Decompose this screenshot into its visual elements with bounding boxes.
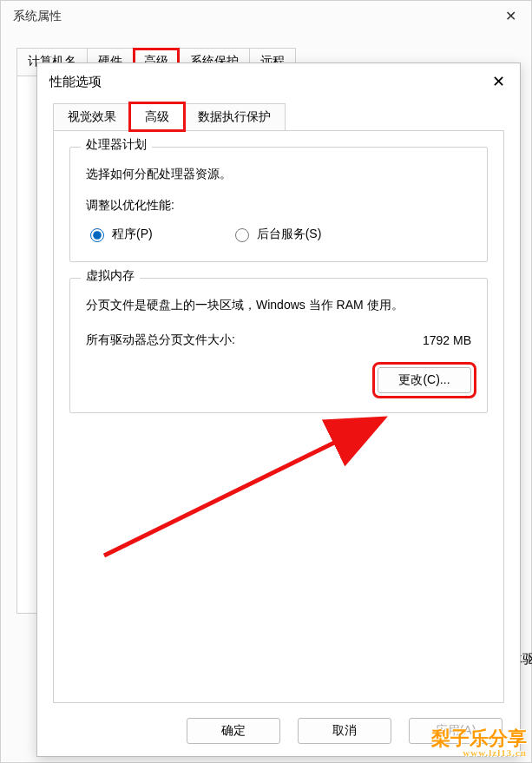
group-legend: 虚拟内存: [81, 268, 140, 284]
system-properties-title: 系统属性: [13, 9, 62, 24]
radio-bg-input[interactable]: [235, 228, 249, 242]
adjust-label: 调整以优化性能:: [86, 198, 471, 214]
radio-bg-label: 后台服务(S): [257, 227, 322, 242]
cancel-button[interactable]: 取消: [298, 718, 391, 744]
vm-total-value: 1792 MB: [423, 333, 471, 347]
radio-programs-input[interactable]: [90, 228, 104, 242]
group-legend: 处理器计划: [81, 137, 152, 153]
watermark-main: 梨子乐分享: [431, 727, 527, 749]
watermark: 梨子乐分享 www.lzl13.cn: [431, 729, 527, 758]
vm-desc: 分页文件是硬盘上的一块区域，Windows 当作 RAM 使用。: [86, 298, 471, 313]
change-button-highlight: 更改(C)...: [378, 367, 471, 393]
tab-advanced-inner[interactable]: 高级: [130, 103, 184, 130]
vm-total-label: 所有驱动器总分页文件大小:: [86, 332, 235, 348]
performance-options-title: 性能选项: [49, 74, 102, 90]
radio-programs-label: 程序(P): [112, 227, 153, 242]
close-icon[interactable]: ✕: [502, 8, 519, 25]
virtual-memory-group: 虚拟内存 分页文件是硬盘上的一块区域，Windows 当作 RAM 使用。 所有…: [69, 278, 488, 413]
ok-button[interactable]: 确定: [187, 718, 280, 744]
watermark-sub: www.lzl13.cn: [431, 748, 527, 758]
performance-options-dialog: 性能选项 ✕ 视觉效果 高级 数据执行保护 处理器计划 选择如何分配处理器资源。…: [36, 62, 521, 757]
inner-tabstrip: 视觉效果 高级 数据执行保护: [53, 103, 520, 130]
radio-programs[interactable]: 程序(P): [86, 226, 153, 242]
inner-tab-panel: 处理器计划 选择如何分配处理器资源。 调整以优化性能: 程序(P) 后台服务(S…: [53, 130, 504, 703]
processor-scheduling-group: 处理器计划 选择如何分配处理器资源。 调整以优化性能: 程序(P) 后台服务(S…: [69, 147, 488, 262]
cpu-desc: 选择如何分配处理器资源。: [86, 167, 471, 182]
change-button[interactable]: 更改(C)...: [378, 367, 471, 393]
radio-background-services[interactable]: 后台服务(S): [231, 226, 322, 242]
close-icon[interactable]: ✕: [489, 72, 508, 91]
tab-visual-effects[interactable]: 视觉效果: [53, 103, 131, 130]
tab-dep[interactable]: 数据执行保护: [183, 103, 286, 130]
